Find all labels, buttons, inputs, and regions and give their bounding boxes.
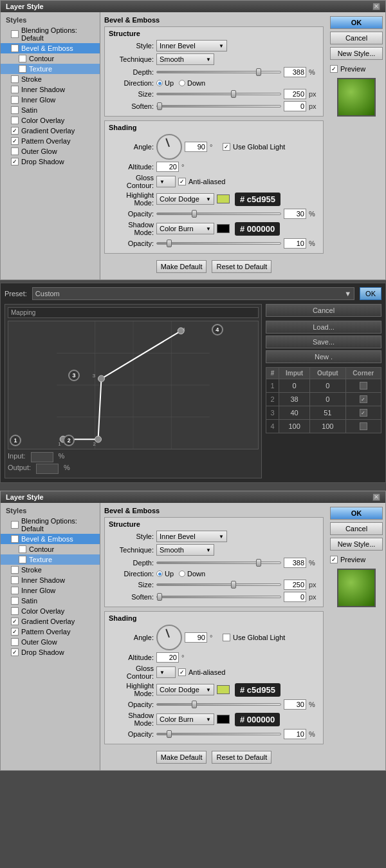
checkbox-blending-2[interactable] [11,521,19,529]
angle-circle[interactable] [156,134,182,160]
curve-area[interactable]: 1 2 3 4 1 2 3 4 [8,321,259,449]
shadow-opacity-thumb[interactable] [167,240,172,247]
row-3-input[interactable]: 40 [279,406,310,420]
row-4-corner[interactable] [360,422,367,430]
anti-aliased-checkbox[interactable] [178,178,186,185]
gloss-contour-dropdown[interactable]: ▼ [156,176,176,187]
depth-slider-2[interactable] [156,561,281,564]
ok-button-1[interactable]: OK [330,16,383,29]
radio-up-2[interactable]: Up [156,570,174,578]
checkbox-inner-shadow[interactable] [11,86,19,93]
sidebar-item-color-overlay[interactable]: Color Overlay [1,115,100,126]
soften-slider[interactable] [156,105,281,108]
checkbox-texture-2[interactable]: ✓ [19,556,26,563]
shadow-swatch-2[interactable] [217,715,230,724]
sidebar-item-texture[interactable]: ✓ Texture [1,64,100,74]
cancel-button-1[interactable]: Cancel [330,32,383,44]
technique-dropdown-2[interactable]: Smooth ▼ [156,544,214,556]
soften-slider-2[interactable] [156,596,281,598]
sidebar-item-color-overlay-2[interactable]: Color Overlay [1,606,100,616]
sidebar-item-stroke-2[interactable]: Stroke [1,565,100,575]
highlight-mode-dropdown[interactable]: Color Dodge ▼ [156,193,214,205]
checkbox-drop-shadow[interactable]: ✓ [11,158,19,165]
checkbox-pattern-overlay[interactable]: ✓ [11,137,19,145]
depth-thumb[interactable] [256,68,261,76]
altitude-input-2[interactable] [156,652,179,663]
load-button[interactable]: Load... [266,321,381,334]
make-default-button[interactable]: Make Default [156,260,207,273]
make-default-button-2[interactable]: Make Default [156,751,207,764]
sidebar-item-outer-glow-2[interactable]: Outer Glow [1,637,100,647]
row-4-input[interactable]: 100 [279,420,310,433]
checkbox-contour-2[interactable] [19,545,26,553]
soften-input-2[interactable] [284,592,306,602]
radio-up[interactable]: Up [156,79,174,87]
checkbox-outer-glow[interactable] [11,147,19,155]
sidebar-item-gradient-overlay-2[interactable]: ✓ Gradient Overlay [1,616,100,627]
sidebar-item-contour-2[interactable]: Contour [1,544,100,554]
sidebar-item-inner-shadow-2[interactable]: Inner Shadow [1,575,100,585]
contour-ok-button[interactable]: OK [360,287,381,300]
sidebar-item-blending[interactable]: Blending Options: Default [1,25,100,43]
shadow-opacity-slider[interactable] [156,242,281,245]
row-3-output[interactable]: 51 [310,406,345,420]
checkbox-contour[interactable] [19,55,26,62]
size-input[interactable] [284,89,306,99]
depth-input[interactable] [284,67,306,77]
size-slider[interactable] [156,93,281,95]
sidebar-item-inner-glow-2[interactable]: Inner Glow [1,585,100,596]
sidebar-item-drop-shadow[interactable]: ✓ Drop Shadow [1,156,100,167]
depth-input-2[interactable] [284,558,306,568]
checkbox-blending[interactable] [11,30,19,38]
checkbox-bevel-2[interactable]: ✓ [11,535,19,543]
sidebar-item-inner-shadow[interactable]: Inner Shadow [1,84,100,95]
radio-down-circle[interactable] [179,80,185,86]
shadow-mode-dropdown[interactable]: Color Burn ▼ [156,223,214,234]
depth-slider[interactable] [156,71,281,73]
row-1-corner[interactable] [360,382,367,390]
radio-down[interactable]: Down [179,79,205,87]
sidebar-item-contour[interactable]: Contour [1,53,100,64]
altitude-input[interactable] [156,162,179,172]
sidebar-item-inner-glow[interactable]: Inner Glow [1,95,100,105]
angle-input-2[interactable] [185,632,207,643]
sidebar-item-outer-glow[interactable]: Outer Glow [1,146,100,156]
sidebar-item-satin[interactable]: Satin [1,105,100,115]
shadow-opacity-input-2[interactable] [284,729,306,739]
output-value[interactable] [36,464,59,474]
preview-checkbox[interactable] [330,65,338,73]
sidebar-item-drop-shadow-2[interactable]: ✓ Drop Shadow [1,647,100,657]
checkbox-inner-glow[interactable] [11,96,19,104]
checkbox-gradient-overlay[interactable]: ✓ [11,127,19,135]
row-2-output[interactable]: 0 [310,393,345,406]
highlight-opacity-slider-2[interactable] [156,703,281,706]
highlight-mode-dropdown-2[interactable]: Color Dodge ▼ [156,684,214,695]
angle-circle-2[interactable] [156,625,182,650]
shadow-color-swatch[interactable] [217,224,230,233]
highlight-opacity-thumb[interactable] [192,210,197,218]
checkbox-bevel[interactable]: ✓ [11,44,19,52]
preset-dropdown[interactable]: Custom ▼ [32,287,354,300]
highlight-opacity-slider[interactable] [156,212,281,215]
size-thumb[interactable] [231,90,236,98]
radio-up-circle[interactable] [156,80,163,86]
sidebar-item-bevel[interactable]: ✓ Bevel & Emboss [1,43,100,53]
row-4-output[interactable]: 100 [310,420,345,433]
close-button-2[interactable]: ✕ [372,493,380,501]
reset-to-default-button[interactable]: Reset to Default [212,260,271,273]
anti-aliased-checkbox-2[interactable] [178,668,186,676]
highlight-opacity-input[interactable] [284,209,306,219]
row-1-output[interactable]: 0 [310,379,345,393]
highlight-color-swatch[interactable] [217,194,230,203]
highlight-opacity-input-2[interactable] [284,699,306,710]
highlight-swatch-2[interactable] [217,685,230,694]
reset-to-default-button-2[interactable]: Reset to Default [212,751,271,764]
ok-button-2[interactable]: OK [330,507,383,520]
radio-down-2[interactable]: Down [179,570,205,578]
sidebar-item-blending-2[interactable]: Blending Options: Default [1,516,100,534]
new-style-button-1[interactable]: New Style... [330,47,383,60]
input-value[interactable] [31,452,53,462]
global-light-checkbox[interactable] [223,143,230,151]
sidebar-item-bevel-2[interactable]: ✓ Bevel & Emboss [1,534,100,544]
size-input-2[interactable] [284,580,306,590]
